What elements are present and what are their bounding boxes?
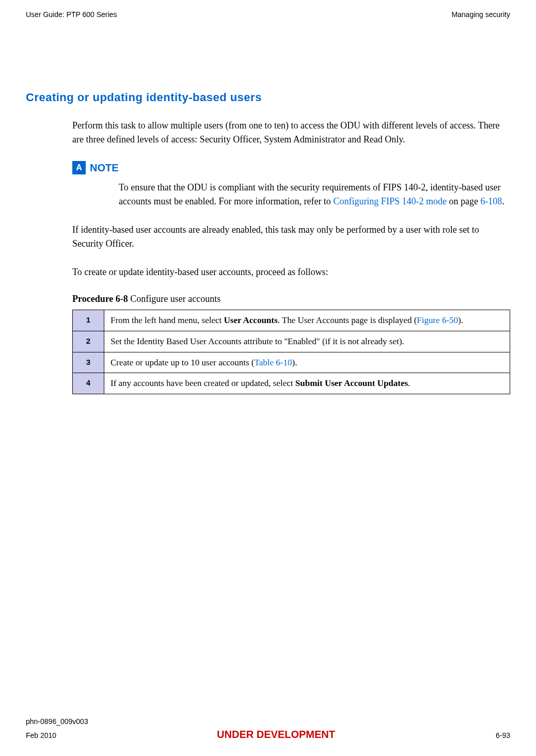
header-left: User Guide: PTP 600 Series (26, 10, 117, 19)
footer-status: UNDER DEVELOPMENT (217, 729, 335, 741)
step-text-post: . (408, 378, 410, 388)
paragraph-3: To create or update identity-based user … (72, 265, 510, 279)
step-text: Create or update up to 10 user accounts … (104, 352, 510, 373)
section-heading: Creating or updating identity-based user… (26, 91, 510, 104)
step-text: Set the Identity Based User Accounts att… (104, 331, 510, 352)
note-label: NOTE (90, 162, 119, 174)
page-header: User Guide: PTP 600 Series Managing secu… (26, 10, 510, 19)
note-text-suffix: . (502, 196, 505, 206)
table-row: 1 From the left hand menu, select User A… (73, 310, 510, 331)
step-text-bold: User Accounts (224, 315, 278, 325)
step-link[interactable]: Figure 6-50 (417, 315, 458, 325)
note-block: A NOTE To ensure that the ODU is complia… (72, 161, 510, 208)
table-row: 4 If any accounts have been created or u… (73, 373, 510, 394)
table-row: 3 Create or update up to 10 user account… (73, 352, 510, 373)
step-text-post: ). (292, 358, 297, 367)
footer-doc-id: phn-0896_009v003 (26, 717, 510, 726)
step-number: 1 (73, 310, 104, 331)
procedure-table: 1 From the left hand menu, select User A… (72, 310, 510, 394)
step-text-bold: Submit User Account Updates (295, 378, 408, 388)
note-text: To ensure that the ODU is compliant with… (119, 181, 510, 208)
note-text-mid: on page (447, 196, 480, 206)
paragraph-2: If identity-based user accounts are alre… (72, 223, 510, 251)
intro-paragraph: Perform this task to allow multiple user… (72, 119, 510, 147)
step-number: 4 (73, 373, 104, 394)
step-number: 3 (73, 352, 104, 373)
step-text-mid: . The User Accounts page is displayed ( (278, 315, 417, 325)
step-text-post: ). (458, 315, 463, 325)
note-link-2[interactable]: 6-108 (480, 196, 502, 206)
note-icon: A (72, 161, 86, 174)
main-content: Creating or updating identity-based user… (26, 91, 510, 717)
step-number: 2 (73, 331, 104, 352)
note-link-1[interactable]: Configuring FIPS 140-2 mode (333, 196, 447, 206)
step-text: If any accounts have been created or upd… (104, 373, 510, 394)
step-link[interactable]: Table 6-10 (255, 358, 292, 367)
page-footer: phn-0896_009v003 Feb 2010 UNDER DEVELOPM… (26, 717, 510, 741)
step-text-pre: From the left hand menu, select (111, 315, 224, 325)
step-text-pre: If any accounts have been created or upd… (111, 378, 295, 388)
procedure-label-bold: Procedure 6-8 (72, 294, 128, 304)
procedure-label-rest: Configure user accounts (128, 294, 220, 304)
step-text-pre: Create or update up to 10 user accounts … (111, 358, 255, 367)
procedure-label: Procedure 6-8 Configure user accounts (72, 294, 510, 304)
footer-date: Feb 2010 (26, 731, 56, 739)
note-header: A NOTE (72, 161, 510, 174)
table-row: 2 Set the Identity Based User Accounts a… (73, 331, 510, 352)
step-text: From the left hand menu, select User Acc… (104, 310, 510, 331)
header-right: Managing security (451, 10, 510, 19)
footer-page: 6-93 (496, 731, 510, 739)
